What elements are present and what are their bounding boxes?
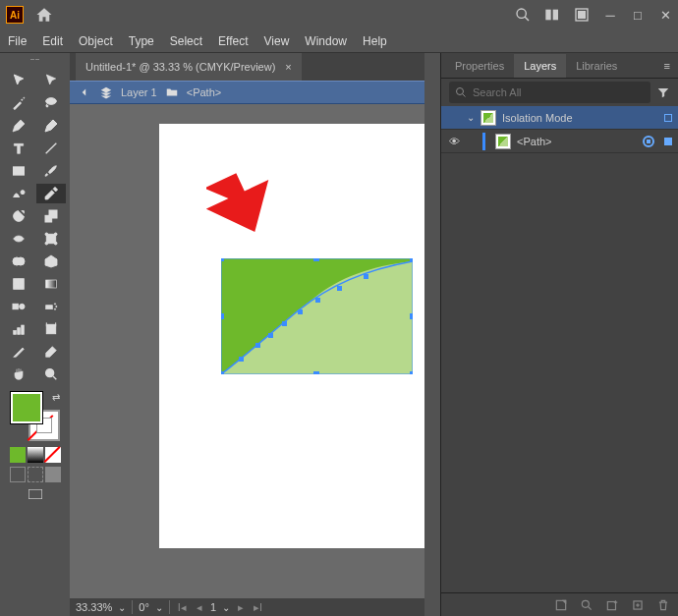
shape-builder-tool[interactable] — [4, 252, 33, 271]
isolation-breadcrumb[interactable]: Layer 1 <Path> — [70, 81, 424, 104]
rotate-dropdown-icon[interactable]: ⌄ — [155, 602, 163, 613]
selected-path-shape[interactable] — [221, 258, 413, 374]
chevron-down-icon[interactable]: ⌄ — [467, 112, 475, 123]
eyedropper-tool[interactable] — [36, 184, 66, 203]
layer-search-input[interactable] — [473, 86, 645, 98]
width-tool[interactable] — [4, 229, 33, 249]
document-tab[interactable]: Untitled-1* @ 33.33 % (CMYK/Preview) × — [76, 53, 302, 81]
blend-tool[interactable] — [4, 297, 33, 316]
layer-isolation-row[interactable]: ⌄ Isolation Mode — [441, 106, 678, 130]
layer-name[interactable]: Isolation Mode — [502, 112, 573, 124]
type-tool[interactable] — [4, 139, 33, 158]
svg-rect-44 — [410, 258, 413, 261]
pen-tool[interactable] — [4, 116, 33, 136]
menu-object[interactable]: Object — [79, 34, 113, 48]
menu-window[interactable]: Window — [305, 34, 347, 48]
color-mode-solid[interactable] — [10, 447, 26, 463]
maximize-button[interactable]: □ — [631, 8, 645, 22]
artboard-number[interactable]: 1 — [210, 601, 216, 613]
layer-name[interactable]: <Path> — [517, 136, 551, 147]
menu-help[interactable]: Help — [363, 34, 387, 48]
minimize-button[interactable]: ─ — [603, 8, 617, 22]
free-transform-tool[interactable] — [36, 229, 66, 249]
right-dock-strip[interactable] — [424, 53, 440, 616]
layer-thumbnail — [495, 134, 511, 149]
delete-layer-icon[interactable] — [656, 598, 670, 612]
target-icon[interactable] — [643, 136, 654, 147]
fill-stroke-swatches[interactable]: ⇄ — [11, 392, 60, 441]
canvas[interactable] — [70, 104, 424, 598]
last-artboard-button[interactable]: ▸I — [252, 601, 264, 614]
prev-artboard-button[interactable]: ◂ — [195, 601, 204, 614]
draw-behind[interactable] — [28, 467, 43, 482]
color-mode-gradient[interactable] — [28, 447, 43, 463]
folder-icon — [165, 85, 179, 99]
home-icon[interactable] — [35, 6, 53, 24]
panel-grip[interactable] — [21, 59, 50, 65]
arrange-icon[interactable] — [544, 7, 560, 23]
gradient-tool[interactable] — [36, 274, 66, 294]
menu-file[interactable]: File — [8, 34, 27, 48]
svg-rect-31 — [14, 330, 17, 334]
tab-layers[interactable]: Layers — [514, 54, 566, 78]
svg-rect-25 — [13, 304, 18, 308]
menu-edit[interactable]: Edit — [42, 34, 63, 48]
draw-inside[interactable] — [45, 467, 61, 482]
color-mode-none[interactable] — [45, 447, 61, 463]
new-sublayer-icon[interactable] — [605, 598, 619, 612]
rectangle-tool[interactable] — [4, 161, 33, 181]
next-artboard-button[interactable]: ▸ — [236, 601, 246, 614]
tab-properties[interactable]: Properties — [445, 54, 514, 78]
scale-tool[interactable] — [36, 206, 66, 226]
zoom-dropdown-icon[interactable]: ⌄ — [118, 602, 126, 613]
fill-swatch[interactable] — [11, 392, 42, 423]
filter-icon[interactable] — [656, 85, 670, 99]
eraser-tool[interactable] — [36, 342, 66, 362]
screen-mode-button[interactable] — [28, 488, 43, 502]
rotate-value[interactable]: 0° — [139, 601, 149, 613]
zoom-tool[interactable] — [36, 364, 66, 384]
new-layer-icon[interactable] — [631, 598, 645, 612]
direct-selection-tool[interactable] — [36, 71, 66, 90]
close-button[interactable]: ✕ — [658, 8, 672, 22]
menu-select[interactable]: Select — [170, 34, 202, 48]
svg-rect-56 — [337, 286, 342, 291]
tab-libraries[interactable]: Libraries — [566, 54, 627, 78]
magic-wand-tool[interactable] — [4, 93, 33, 113]
panel-menu-icon[interactable]: ≡ — [664, 60, 670, 72]
column-graph-tool[interactable] — [4, 319, 33, 339]
mesh-tool[interactable] — [4, 274, 33, 294]
layer-search-box[interactable] — [449, 82, 650, 103]
panel-tab-bar: Properties Layers Libraries ≡ — [441, 53, 678, 79]
menu-type[interactable]: Type — [129, 34, 154, 48]
draw-normal[interactable] — [10, 467, 26, 482]
workspace-icon[interactable] — [574, 7, 590, 23]
symbol-sprayer-tool[interactable] — [36, 297, 66, 316]
first-artboard-button[interactable]: I◂ — [176, 601, 189, 614]
export-icon[interactable] — [554, 598, 568, 612]
hand-tool[interactable] — [4, 364, 33, 384]
back-icon[interactable] — [78, 85, 91, 99]
zoom-value[interactable]: 33.33% — [76, 601, 112, 613]
curvature-tool[interactable] — [36, 116, 66, 136]
selection-tool[interactable] — [4, 71, 33, 90]
paintbrush-tool[interactable] — [36, 161, 66, 181]
search-icon[interactable] — [515, 7, 531, 23]
rotate-tool[interactable] — [4, 206, 33, 226]
slice-tool[interactable] — [4, 342, 33, 362]
document-tab-close[interactable]: × — [285, 61, 291, 73]
visibility-toggle[interactable]: 👁 — [447, 136, 461, 147]
breadcrumb-layer[interactable]: Layer 1 — [121, 86, 157, 98]
artboard-dropdown-icon[interactable]: ⌄ — [222, 602, 230, 613]
menu-view[interactable]: View — [264, 34, 290, 48]
locate-icon[interactable] — [580, 598, 593, 612]
menu-effect[interactable]: Effect — [218, 34, 248, 48]
line-tool[interactable] — [36, 139, 66, 158]
breadcrumb-path[interactable]: <Path> — [187, 86, 221, 98]
perspective-tool[interactable] — [36, 252, 66, 271]
swap-fill-stroke-icon[interactable]: ⇄ — [52, 392, 60, 403]
layer-path-row[interactable]: 👁 <Path> — [441, 130, 678, 153]
lasso-tool[interactable] — [36, 93, 66, 113]
artboard-tool[interactable] — [36, 319, 66, 339]
shaper-tool[interactable] — [4, 184, 33, 203]
